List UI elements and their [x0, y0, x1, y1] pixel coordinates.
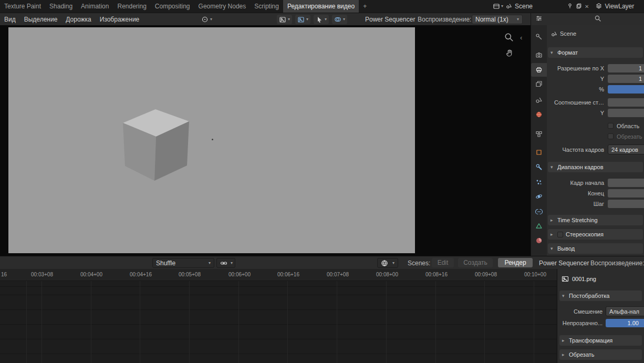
- chevron-right-icon: ▸: [562, 338, 566, 343]
- color-channels-dropdown[interactable]: ▾: [295, 15, 310, 24]
- image-icon: [562, 275, 569, 283]
- post-processing-panel-header[interactable]: ▾ Постобработка: [559, 291, 642, 301]
- power-sequencer-menu[interactable]: Power Sequencer: [539, 258, 589, 268]
- collapse-region-icon[interactable]: ‹: [520, 34, 522, 42]
- sequencer-tracks[interactable]: [0, 281, 557, 363]
- render-preview-image: [8, 27, 415, 253]
- output-properties-tab[interactable]: [531, 63, 547, 77]
- object-data-properties-tab[interactable]: [531, 219, 547, 233]
- blend-mode-row: Смешение Альфа-нал: [557, 307, 644, 316]
- scene-icon: [506, 3, 512, 11]
- chevron-right-icon: ▸: [562, 352, 566, 357]
- playback-label: Воспроизведение:: [418, 13, 471, 26]
- render-properties-tab[interactable]: [531, 48, 547, 62]
- pin-icon[interactable]: [567, 3, 573, 11]
- frame-end-field[interactable]: [608, 189, 644, 198]
- panel-title: Формат: [557, 49, 578, 56]
- timeline-ruler[interactable]: 16 00:03+08 00:04+00 00:04+16 00:05+08 0…: [0, 269, 557, 281]
- ruler-label: 00:09+08: [475, 272, 497, 277]
- chevron-down-icon: ▾: [501, 4, 503, 8]
- properties-header: [531, 13, 644, 25]
- particles-properties-tab[interactable]: [531, 175, 547, 189]
- resolution-x-field[interactable]: 1: [608, 64, 644, 72]
- duplicate-icon[interactable]: [576, 3, 582, 11]
- view-layer-properties-tab[interactable]: [531, 77, 547, 91]
- chevron-down-icon: ▾: [325, 17, 327, 22]
- tab-geometry-nodes[interactable]: Geometry Nodes: [194, 0, 251, 13]
- ruler-label: 00:03+08: [31, 272, 53, 277]
- format-panel-header[interactable]: ▾ Формат: [548, 47, 643, 58]
- frame-rate-dropdown[interactable]: 24 кадров: [608, 144, 644, 154]
- crop-panel-header[interactable]: ▸ Обрезать: [559, 349, 642, 360]
- resolution-percent-slider[interactable]: [608, 85, 644, 94]
- ruler-label: 00:06+16: [277, 272, 299, 277]
- overlays-dropdown[interactable]: ▾: [332, 15, 347, 24]
- search-icon[interactable]: [594, 15, 601, 24]
- blend-mode-dropdown[interactable]: Альфа-нал: [606, 306, 644, 316]
- crop-region-checkbox[interactable]: [608, 133, 614, 139]
- frame-start-field[interactable]: [608, 179, 644, 187]
- scene-name[interactable]: Scene: [515, 3, 533, 10]
- tab-video-editing[interactable]: Редактирование видео: [283, 0, 359, 13]
- time-stretching-panel-header[interactable]: ▸ Time Stretching: [548, 215, 643, 225]
- render-button[interactable]: Рендер: [498, 258, 533, 267]
- material-properties-tab[interactable]: [531, 234, 547, 247]
- snapping-dropdown[interactable]: ▾: [216, 258, 235, 268]
- scene-strip-dropdown[interactable]: ▾: [377, 258, 398, 268]
- filter-icon[interactable]: [535, 15, 543, 24]
- tab-rendering[interactable]: Rendering: [113, 0, 150, 13]
- aspect-x-label: Соотношение ст…: [547, 99, 608, 106]
- add-workspace-button[interactable]: +: [359, 0, 371, 13]
- tab-texture-paint[interactable]: Texture Paint: [0, 0, 45, 13]
- menu-image[interactable]: Изображение: [96, 16, 144, 23]
- resolution-y-row: Y 1: [547, 74, 644, 83]
- chevron-down-icon: ▾: [392, 261, 394, 265]
- object-properties-tab[interactable]: [531, 146, 547, 159]
- create-scene-button[interactable]: Создать: [458, 258, 493, 267]
- ruler-label: 00:10+00: [524, 272, 546, 277]
- editor-type-icon[interactable]: ▾: [493, 3, 503, 10]
- constraints-properties-tab[interactable]: [531, 205, 547, 219]
- pan-hand-icon[interactable]: [505, 48, 514, 59]
- tab-scripting[interactable]: Scripting: [250, 0, 283, 13]
- scenes-label: Scenes:: [408, 258, 430, 268]
- tab-compositing[interactable]: Compositing: [151, 0, 194, 13]
- edit-scene-button[interactable]: Edit: [432, 258, 454, 267]
- chevron-down-icon: ▾: [550, 50, 555, 55]
- scene-properties-tab[interactable]: [531, 93, 547, 107]
- viewlayer-name[interactable]: ViewLayer: [605, 3, 634, 10]
- render-region-checkbox[interactable]: [608, 123, 614, 129]
- aspect-x-field[interactable]: [608, 98, 644, 107]
- output-panel-header[interactable]: ▾ Вывод: [548, 243, 643, 254]
- physics-properties-tab[interactable]: [531, 190, 547, 203]
- frame-step-field[interactable]: [608, 200, 644, 208]
- strip-name-row[interactable]: 0001.png: [562, 273, 596, 285]
- tab-shading[interactable]: Shading: [45, 0, 77, 13]
- menu-view[interactable]: Вид: [0, 16, 20, 23]
- gizmo-dropdown[interactable]: ▾: [314, 15, 329, 24]
- frame-range-panel-header[interactable]: ▾ Диапазон кадров: [548, 162, 643, 172]
- resolution-y-field[interactable]: 1: [608, 75, 644, 83]
- unlink-icon[interactable]: ✕: [585, 4, 589, 9]
- zoom-icon[interactable]: [504, 33, 514, 44]
- transform-panel-header[interactable]: ▸ Трансформация: [559, 335, 642, 346]
- menu-select[interactable]: Выделение: [20, 16, 62, 23]
- tab-animation[interactable]: Animation: [77, 0, 113, 13]
- playback-speed-dropdown[interactable]: Normal (1x)▾: [472, 13, 523, 26]
- pivot-point-dropdown[interactable]: ▾: [201, 13, 212, 26]
- shuffle-dropdown[interactable]: Shuffle ▾: [152, 258, 214, 268]
- opacity-slider[interactable]: 1.00: [606, 319, 644, 327]
- modifier-properties-tab[interactable]: [531, 160, 547, 174]
- collection-properties-tab[interactable]: [531, 127, 547, 141]
- aspect-y-field[interactable]: [608, 109, 644, 117]
- world-properties-tab[interactable]: [531, 108, 547, 121]
- stereoscopy-checkbox[interactable]: [557, 232, 563, 237]
- chevron-down-icon: ▾: [550, 246, 555, 251]
- sequencer-preview[interactable]: ‹: [0, 25, 531, 256]
- image-display-dropdown[interactable]: ▾: [277, 15, 292, 24]
- display-dropdowns: ▾ ▾ ▾ ▾: [277, 13, 347, 26]
- stereoscopy-panel-header[interactable]: ▸ Стереоскопия: [548, 229, 643, 240]
- menu-track[interactable]: Дорожка: [61, 16, 95, 23]
- tool-properties-tab[interactable]: [531, 30, 547, 44]
- power-sequencer-menu[interactable]: Power Sequencer: [365, 13, 415, 26]
